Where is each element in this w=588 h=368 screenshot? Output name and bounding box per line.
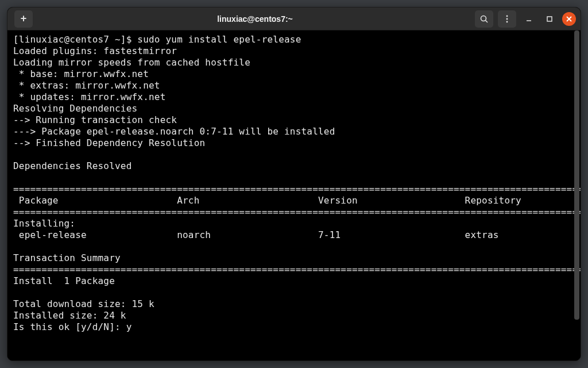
table-row: epel-release noarch 7-11 extras 15 k [13,229,581,240]
total-download-size: Total download size: 15 k [13,298,154,309]
rule-top: ========================================… [13,183,581,194]
titlebar: + linuxiac@centos7:~ [7,7,581,30]
table-header: Package Arch Version Repository Size [13,195,581,206]
plus-icon: + [21,13,27,25]
tx-summary-label: Transaction Summary [13,252,121,263]
search-button[interactable] [475,10,493,28]
new-tab-button[interactable]: + [14,10,33,28]
search-icon [479,14,489,24]
minimize-button[interactable] [521,11,537,27]
minimize-icon [525,15,533,23]
terminal-output[interactable]: [linuxiac@centos7 ~]$ sudo yum install e… [7,30,581,361]
kebab-icon [502,14,512,24]
svg-point-2 [506,15,508,17]
installing-label: Installing: [13,218,75,229]
window-title: linuxiac@centos7:~ [35,14,475,24]
rule-bottom: ========================================… [13,264,581,275]
svg-rect-6 [547,17,552,21]
scrollbar-thumb[interactable] [574,30,579,320]
maximize-button[interactable] [541,11,558,27]
confirm-prompt: Is this ok [y/d/N]: y [13,321,132,332]
menu-button[interactable] [498,10,516,28]
terminal-window: + linuxiac@centos7:~ [7,7,581,361]
svg-point-4 [506,21,508,22]
installed-size: Installed size: 24 k [13,310,126,321]
scrollbar[interactable] [574,30,579,359]
prompt-line: [linuxiac@centos7 ~]$ sudo yum install e… [13,34,301,45]
close-button[interactable] [562,12,576,26]
output-block-pre: Loaded plugins: fastestmirror Loading mi… [13,45,335,171]
svg-point-3 [506,18,508,20]
install-count: Install 1 Package [13,275,115,286]
svg-point-0 [481,16,486,21]
maximize-icon [546,15,554,23]
rule-mid: ========================================… [13,206,581,217]
svg-line-1 [486,20,488,22]
close-icon [566,16,572,22]
